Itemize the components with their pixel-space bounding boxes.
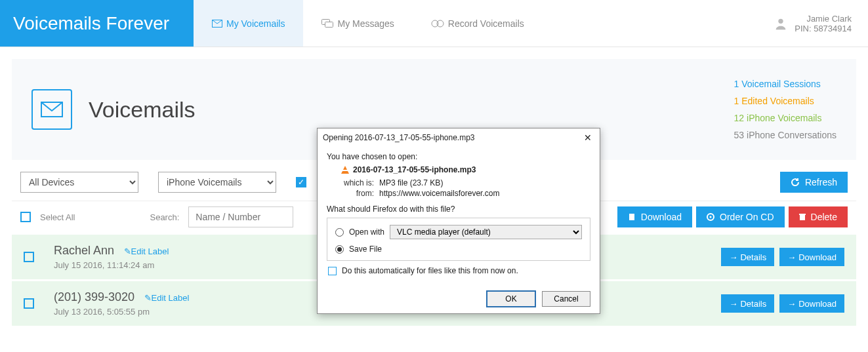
- envelope-icon: [41, 102, 63, 117]
- top-nav: Voicemails Forever My Voicemails My Mess…: [0, 0, 868, 47]
- row-download-button[interactable]: → Download: [779, 248, 844, 266]
- from-value: https://www.voicemailsforever.com: [379, 189, 499, 198]
- svg-rect-11: [799, 214, 806, 215]
- download-dialog: Opening 2016-07-13_17-05-55-iphone.mp3 ✕…: [317, 128, 600, 314]
- user-block[interactable]: Jamie Clark PIN: 58734914: [757, 0, 868, 47]
- type-select[interactable]: iPhone Voicemails: [158, 172, 276, 193]
- which-is-label: which is:: [341, 178, 374, 187]
- record-icon: [431, 20, 444, 28]
- dialog-titlebar: Opening 2016-07-13_17-05-55-iphone.mp3 ✕: [318, 128, 600, 147]
- refresh-label: Refresh: [805, 177, 837, 187]
- user-icon: [774, 16, 788, 31]
- nav-my-voicemails[interactable]: My Voicemails: [194, 0, 303, 47]
- row-download-button[interactable]: → Download: [779, 294, 844, 313]
- cd-icon: [707, 213, 714, 221]
- page-icon-box: [31, 89, 72, 130]
- row-title: Rachel Ann: [54, 244, 114, 258]
- row-checkbox[interactable]: [24, 252, 34, 262]
- open-with-select[interactable]: VLC media player (default): [390, 225, 582, 239]
- device-select[interactable]: All Devices: [20, 172, 138, 193]
- dialog-filename: 2016-07-13_17-05-55-iphone.mp3: [353, 165, 476, 174]
- button-label: Order On CD: [720, 212, 774, 222]
- dialog-action-group: Open with VLC media player (default) Sav…: [327, 218, 590, 261]
- button-label: Delete: [811, 212, 837, 222]
- nav-record[interactable]: Record Voicemails: [413, 0, 543, 47]
- chat-icon: [321, 19, 333, 28]
- dialog-chosen-text: You have chosen to open:: [327, 152, 590, 161]
- brand-logo[interactable]: Voicemails Forever: [0, 0, 194, 47]
- row-title: (201) 399-3020: [54, 290, 134, 304]
- row-checkbox[interactable]: [24, 298, 34, 309]
- dialog-question: What should Firefox do with this file?: [327, 205, 590, 214]
- details-button[interactable]: → Details: [721, 248, 774, 266]
- select-all-checkbox[interactable]: [20, 212, 31, 222]
- search-label: Search:: [150, 212, 179, 222]
- save-file-label: Save File: [349, 244, 382, 254]
- ok-button[interactable]: OK: [487, 291, 535, 307]
- pencil-icon: ✎: [144, 293, 152, 303]
- user-pin: PIN: 58734914: [795, 24, 852, 33]
- select-all-label: Select All: [40, 212, 75, 222]
- nav-label: Record Voicemails: [448, 18, 524, 29]
- filter-checkbox[interactable]: ✓: [296, 177, 306, 187]
- details-button[interactable]: → Details: [721, 294, 774, 313]
- stat-sessions[interactable]: 1 Voicemail Sessions: [734, 75, 837, 92]
- dialog-title-text: Opening 2016-07-13_17-05-55-iphone.mp3: [323, 133, 475, 142]
- page-title: Voicemails: [89, 97, 196, 123]
- search-input[interactable]: [188, 206, 293, 227]
- stat-iphone-vm[interactable]: 12 iPhone Voicemails: [734, 109, 837, 127]
- auto-label: Do this automatically for files like thi…: [342, 266, 518, 275]
- refresh-button[interactable]: Refresh: [780, 172, 848, 193]
- button-label: Download: [641, 212, 682, 222]
- open-with-label: Open with: [349, 227, 384, 237]
- user-name: Jamie Clark: [795, 14, 852, 24]
- save-file-radio[interactable]: [335, 245, 344, 254]
- from-label: from:: [341, 189, 374, 198]
- svg-point-5: [779, 18, 783, 23]
- edit-label-link[interactable]: ✎Edit Label: [124, 246, 169, 256]
- svg-point-9: [710, 216, 712, 218]
- svg-rect-7: [629, 214, 634, 220]
- nav-my-messages[interactable]: My Messages: [303, 0, 412, 47]
- cancel-button[interactable]: Cancel: [542, 291, 590, 307]
- stats-block: 1 Voicemail Sessions 1 Edited Voicemails…: [734, 75, 837, 144]
- svg-rect-10: [800, 215, 805, 220]
- trash-icon: [799, 213, 806, 221]
- stat-edited[interactable]: 1 Edited Voicemails: [734, 92, 837, 109]
- auto-checkbox[interactable]: [328, 267, 337, 275]
- open-with-radio[interactable]: [335, 228, 344, 237]
- svg-rect-2: [325, 22, 333, 27]
- download-button[interactable]: Download: [617, 206, 692, 227]
- close-icon[interactable]: ✕: [581, 132, 594, 143]
- refresh-icon: [791, 178, 800, 187]
- nav-label: My Voicemails: [226, 18, 285, 29]
- which-is-value: MP3 file (23.7 KB): [379, 178, 443, 187]
- pencil-icon: ✎: [124, 246, 131, 256]
- stat-iphone-conv[interactable]: 53 iPhone Conversations: [734, 127, 837, 144]
- order-cd-button[interactable]: Order On CD: [696, 206, 784, 227]
- edit-label-link[interactable]: ✎Edit Label: [144, 293, 190, 303]
- envelope-icon: [212, 20, 222, 28]
- nav-label: My Messages: [337, 18, 394, 29]
- delete-button[interactable]: Delete: [789, 206, 848, 227]
- download-icon: [628, 213, 636, 221]
- vlc-cone-icon: [341, 166, 349, 174]
